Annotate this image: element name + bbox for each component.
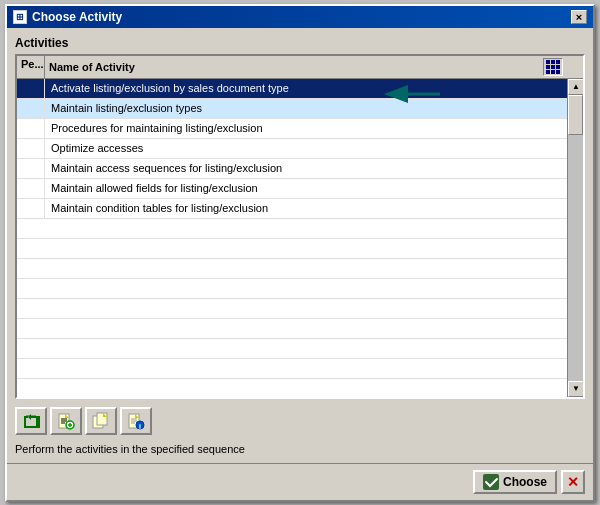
scroll-thumb[interactable] — [568, 95, 583, 135]
choose-activity-dialog: ⊞ Choose Activity × Activities Pe... Nam… — [5, 4, 595, 502]
empty-row — [17, 359, 567, 379]
row-pe-3 — [17, 139, 45, 158]
row-name-5: Maintain allowed fields for listing/excl… — [45, 179, 567, 198]
dialog-icon: ⊞ — [13, 10, 27, 24]
col-pe-header: Pe... — [17, 56, 45, 78]
row-pe-2 — [17, 119, 45, 138]
table-header: Pe... Name of Activity — [17, 56, 583, 79]
grid-inner — [546, 60, 560, 74]
grid-layout-icon[interactable] — [543, 58, 563, 76]
copy-button[interactable] — [85, 407, 117, 435]
col-name-header: Name of Activity — [45, 56, 567, 78]
section-label: Activities — [15, 36, 585, 50]
choose-icon — [483, 474, 499, 490]
row-pe-1 — [17, 99, 45, 118]
status-text: Perform the activities in the specified … — [15, 443, 585, 455]
cancel-button[interactable]: ✕ — [561, 470, 585, 494]
close-button[interactable]: × — [571, 10, 587, 24]
table-row[interactable]: Maintain listing/exclusion types — [17, 99, 567, 119]
empty-row — [17, 239, 567, 259]
table-scroll-area: Activate listing/exclusion by sales docu… — [17, 79, 583, 397]
choose-label: Choose — [503, 475, 547, 489]
empty-row — [17, 279, 567, 299]
title-bar-left: ⊞ Choose Activity — [13, 10, 122, 24]
table-rows: Activate listing/exclusion by sales docu… — [17, 79, 567, 397]
table-row[interactable]: Maintain allowed fields for listing/excl… — [17, 179, 567, 199]
row-name-0: Activate listing/exclusion by sales docu… — [45, 79, 567, 98]
new-button[interactable] — [50, 407, 82, 435]
table-row[interactable]: Maintain condition tables for listing/ex… — [17, 199, 567, 219]
scroll-down-button[interactable]: ▼ — [568, 381, 583, 397]
title-bar: ⊞ Choose Activity × — [7, 6, 593, 28]
scroll-track[interactable] — [568, 95, 583, 381]
dialog-title: Choose Activity — [32, 10, 122, 24]
empty-row — [17, 379, 567, 397]
svg-rect-10 — [97, 413, 107, 425]
choose-button[interactable]: Choose — [473, 470, 557, 494]
table-row[interactable]: Procedures for maintaining listing/exclu… — [17, 119, 567, 139]
vertical-scrollbar[interactable]: ▲ ▼ — [567, 79, 583, 397]
cancel-icon: ✕ — [567, 474, 579, 490]
activities-table: Pe... Name of Activity — [15, 54, 585, 399]
empty-row — [17, 299, 567, 319]
row-name-2: Procedures for maintaining listing/exclu… — [45, 119, 567, 138]
refresh-button[interactable] — [15, 407, 47, 435]
table-row[interactable]: Optimize accesses — [17, 139, 567, 159]
empty-row — [17, 219, 567, 239]
row-name-6: Maintain condition tables for listing/ex… — [45, 199, 567, 218]
row-name-4: Maintain access sequences for listing/ex… — [45, 159, 567, 178]
svg-text:i: i — [139, 422, 141, 429]
row-name-1: Maintain listing/exclusion types — [45, 99, 567, 118]
empty-row — [17, 259, 567, 279]
activity-toolbar: i — [15, 407, 585, 435]
row-pe-5 — [17, 179, 45, 198]
scroll-up-button[interactable]: ▲ — [568, 79, 583, 95]
table-row[interactable]: Activate listing/exclusion by sales docu… — [17, 79, 567, 99]
dialog-body: Activities Pe... Name of Activity — [7, 28, 593, 463]
row-name-3: Optimize accesses — [45, 139, 567, 158]
info-button[interactable]: i — [120, 407, 152, 435]
row-pe-0 — [17, 79, 45, 98]
row-pe-4 — [17, 159, 45, 178]
empty-row — [17, 319, 567, 339]
table-row[interactable]: Maintain access sequences for listing/ex… — [17, 159, 567, 179]
scrollbar-spacer — [567, 56, 583, 78]
empty-row — [17, 339, 567, 359]
dialog-footer: Choose ✕ — [7, 463, 593, 500]
row-pe-6 — [17, 199, 45, 218]
